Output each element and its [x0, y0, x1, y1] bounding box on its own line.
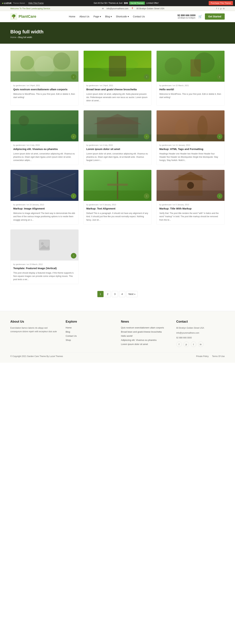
site-logo[interactable]: PlantCare [10, 13, 36, 20]
footer-explore-home[interactable]: Home [66, 326, 72, 329]
cart-icon[interactable]: 🛒 [198, 14, 202, 18]
blog-title-link-1[interactable]: Quis nostrum exercitationem ullam corpor… [13, 88, 68, 91]
blog-author-2[interactable]: gardencare [89, 84, 98, 86]
share-button-5[interactable]: ↑ [144, 134, 149, 139]
blog-excerpt-8: Default This is a paragraph. It should n… [86, 212, 149, 222]
footer-explore: Explore Home Blog Contact Us Shop [66, 320, 114, 347]
nav-page[interactable]: Page ▾ [94, 15, 101, 18]
share-button-4[interactable]: ↑ [71, 134, 76, 139]
blog-author-6[interactable]: gardencare [162, 144, 172, 146]
logo-text: PlantCare [18, 14, 36, 19]
footer-facebook-icon[interactable]: f [176, 342, 182, 347]
footer-explore-title: Explore [66, 320, 114, 324]
share-button-3[interactable]: ↑ [217, 74, 222, 80]
page-hero: Blog full width Home › Blog full width [0, 22, 235, 44]
blog-title-3: Hello world! [159, 88, 222, 91]
share-button-9[interactable]: ↑ [217, 193, 222, 199]
privacy-policy-link[interactable]: Private Policy [196, 355, 209, 358]
svg-point-45 [41, 242, 44, 245]
footer-news-item-3[interactable]: Hello world! [121, 335, 133, 337]
footer-instagram-icon[interactable]: in [198, 342, 204, 347]
hide-frame-link[interactable]: Hide This Frame [28, 2, 44, 4]
instagram-icon-top[interactable]: in [223, 7, 225, 10]
share-button-10[interactable]: ↑ [71, 253, 76, 258]
blog-title-link-10[interactable]: Template: Featured Image (Vertical) [13, 267, 56, 270]
blog-title-link-2[interactable]: Broad bean and goats'cheese bruschetta [86, 88, 137, 91]
twitter-icon-top[interactable]: t [218, 7, 219, 10]
blog-author-10[interactable]: gardencare [16, 263, 26, 265]
get-started-button[interactable]: Get Started [205, 14, 225, 20]
post-image-7 [10, 170, 78, 201]
blog-author-4[interactable]: gardencare [16, 144, 26, 146]
footer-explore-shop[interactable]: Shop [66, 339, 71, 341]
blog-title-7: Markup: Image Alignment [13, 207, 76, 210]
contact-info: ✉ info@yourmailhere.com 📍 80 Broklyn Gol… [102, 8, 164, 10]
svg-rect-43 [156, 190, 224, 201]
admin-bar-left: ■ LUZUK Themes Market Hide This Frame [2, 2, 44, 4]
blog-excerpt-7: Welcome to image alignment! The best way… [13, 212, 76, 222]
blog-title-link-5[interactable]: Lorem ipsum dolor sit amet [86, 148, 120, 150]
footer-news-item-5[interactable]: Lorem ipsum dolor sit amet [121, 343, 148, 346]
blog-meta-9: by gardencare / on 5 January, 2013 [159, 204, 222, 206]
limited-offer-text: Limited Offer! [146, 2, 158, 4]
blog-title-link-8[interactable]: Markup: Text Alignment [86, 207, 116, 210]
blog-title-6: Markup: HTML Tags and Formatting [159, 147, 222, 151]
blog-meta-4: by gardencare / on 4 July, 2019 [13, 144, 76, 146]
nav-about[interactable]: About Us [80, 15, 90, 18]
svg-point-3 [12, 15, 14, 17]
get-all-themes-btn[interactable]: Get All Themes [129, 2, 145, 5]
footer: About Us Exercitation llamco laboris nls… [0, 311, 235, 363]
footer-explore-blog[interactable]: Blog [66, 330, 70, 333]
footer-pinterest-icon[interactable]: p [184, 342, 189, 347]
nav-home[interactable]: Home [69, 15, 75, 18]
blog-title-link-4[interactable]: Adipiscing elit. Vivamus eu pharetra [13, 148, 58, 150]
blog-author-3[interactable]: gardencare [162, 84, 172, 86]
blog-card-body-6: by gardencare / on 11 January, 2013 Mark… [156, 141, 224, 165]
blog-meta-8: by gardencare / on 9 January, 2013 [86, 204, 149, 206]
page-2-btn[interactable]: 2 [104, 291, 111, 297]
page-1-btn[interactable]: 1 [97, 291, 104, 297]
purchase-section: Purchase This Theme [209, 1, 233, 5]
svg-point-14 [165, 58, 182, 75]
footer-news-item-4[interactable]: Adipiscing elit. Vivamus eu pharetra [121, 339, 156, 341]
footer-twitter-icon[interactable]: t [191, 342, 196, 347]
blog-title-link-7[interactable]: Markup: Image Alignment [13, 207, 45, 210]
pinterest-icon-top[interactable]: p [220, 7, 222, 10]
blog-excerpt-10: This post should display a featured imag… [13, 271, 76, 281]
blog-author-1[interactable]: gardencare [16, 84, 26, 86]
blog-author-5[interactable]: gardencare [89, 144, 98, 146]
share-button-6[interactable]: ↑ [217, 134, 222, 139]
svg-point-42 [187, 182, 194, 189]
page-4-btn[interactable]: 4 [119, 291, 125, 297]
blog-card-body-4: by gardencare / on 4 July, 2019 Adipisci… [10, 141, 78, 165]
blog-section: ↑ by gardencare / on 3 April, 2021 Quis … [0, 44, 235, 311]
nav-shortcode[interactable]: Shortcode ▾ [116, 15, 129, 18]
blog-title-link-3[interactable]: Hello world! [159, 88, 174, 91]
post-image-5 [84, 110, 152, 141]
facebook-icon-top[interactable]: f [216, 7, 217, 10]
terms-of-use-link[interactable]: Terms Of Use [212, 355, 225, 358]
footer-bottom: © Copyright 2021 Garden Care Theme By Lu… [10, 352, 225, 358]
promo-text: Get All Our 50+ Themes at Just [94, 2, 122, 4]
footer-social-icons: f p t in [176, 342, 225, 347]
share-button-7[interactable]: ↑ [71, 193, 76, 199]
footer-news-item-2[interactable]: Broad bean and goats'cheese bruschetta [121, 330, 162, 333]
email-icon: ✉ [102, 8, 104, 10]
next-page-btn[interactable]: Next » [126, 291, 138, 297]
blog-meta-2: by gardencare / on 2 April, 2021 [86, 84, 149, 86]
purchase-button[interactable]: Purchase This Theme [209, 1, 233, 5]
page-3-btn[interactable]: 3 [112, 291, 118, 297]
footer-explore-contact[interactable]: Contact Us [66, 335, 77, 337]
footer-about-title: About Us [10, 320, 59, 324]
share-button-1[interactable]: ↑ [71, 74, 76, 80]
blog-author-8[interactable]: gardencare [89, 204, 98, 206]
blog-title-link-6[interactable]: Markup: HTML Tags and Formatting [159, 148, 203, 150]
svg-rect-38 [107, 184, 128, 186]
footer-news-item-1[interactable]: Quis nostrum exercitationem ullam corpor… [121, 326, 164, 329]
breadcrumb-home[interactable]: Home [10, 36, 16, 38]
blog-author-9[interactable]: gardencare [162, 204, 172, 206]
blog-title-link-9[interactable]: Markup: Title With Markup [159, 207, 192, 210]
nav-contact[interactable]: Contact Us [133, 15, 145, 18]
blog-author-7[interactable]: gardencare [16, 204, 26, 206]
nav-blog[interactable]: Blog ▾ [105, 15, 112, 18]
